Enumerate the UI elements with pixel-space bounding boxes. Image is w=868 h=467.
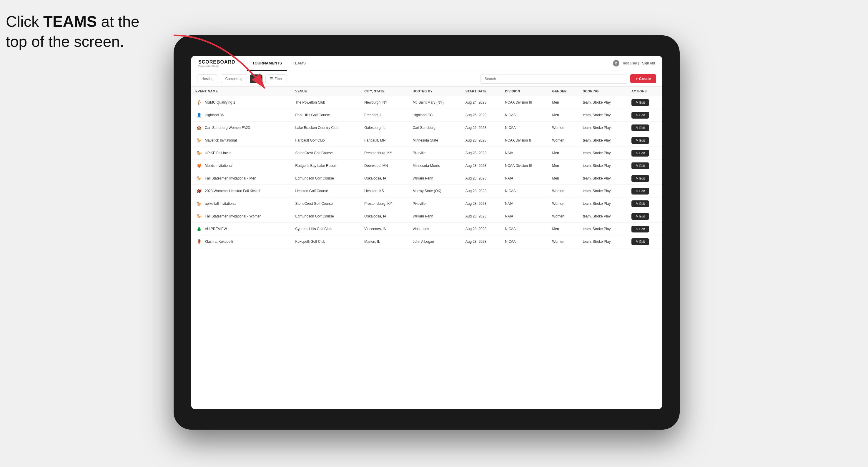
col-start-date: START DATE bbox=[461, 87, 501, 96]
tab-tournaments[interactable]: TOURNAMENTS bbox=[247, 56, 287, 71]
settings-icon[interactable]: ⚙ bbox=[613, 60, 619, 66]
cell-hosted-by: William Penn bbox=[408, 172, 461, 185]
edit-button[interactable]: ✎ Edit bbox=[631, 137, 649, 144]
table-row: 🌲 VU PREVIEW Cypress Hills Golf Club Vin… bbox=[191, 223, 662, 236]
team-icon: 🏺 bbox=[195, 238, 203, 245]
cell-start-date: Aug 28, 2023 bbox=[461, 172, 501, 185]
col-actions: ACTIONS bbox=[627, 87, 662, 96]
cell-actions: ✎ Edit bbox=[627, 185, 662, 197]
edit-button[interactable]: ✎ Edit bbox=[631, 188, 649, 194]
cell-actions: ✎ Edit bbox=[627, 134, 662, 147]
cell-hosted-by: Minnesota-Morris bbox=[408, 159, 461, 172]
hosting-filter-button[interactable]: Hosting bbox=[197, 74, 218, 83]
cell-actions: ✎ Edit bbox=[627, 122, 662, 134]
cell-venue: The Powelton Club bbox=[291, 96, 360, 109]
cell-gender: Men bbox=[548, 172, 579, 185]
edit-button[interactable]: ✎ Edit bbox=[631, 200, 649, 207]
cell-gender: Men bbox=[548, 147, 579, 159]
cell-venue: Ruttger's Bay Lake Resort bbox=[291, 159, 360, 172]
instruction-line2: top of the screen. bbox=[6, 33, 124, 50]
cell-scoring: team, Stroke Play bbox=[579, 134, 627, 147]
table-row: 🐎 upike fall invitational StoneCrest Gol… bbox=[191, 197, 662, 210]
cell-scoring: team, Stroke Play bbox=[579, 197, 627, 210]
filter-button[interactable]: ☰ Filter bbox=[266, 74, 287, 83]
cell-scoring: team, Stroke Play bbox=[579, 159, 627, 172]
cell-venue: Kokopelli Golf Club bbox=[291, 236, 360, 248]
filter-icon: ☰ bbox=[270, 77, 273, 81]
col-scoring: SCORING bbox=[579, 87, 627, 96]
edit-icon: ✎ bbox=[636, 164, 638, 168]
instruction-text: Click TEAMS at the top of the screen. bbox=[6, 12, 140, 52]
event-name-text: MSMC Qualifying 1 bbox=[205, 100, 235, 104]
edit-icon: ✎ bbox=[636, 227, 638, 231]
cell-start-date: Aug 28, 2023 bbox=[461, 147, 501, 159]
competing-filter-button[interactable]: Competing bbox=[221, 74, 247, 83]
cell-venue: Cypress Hills Golf Club bbox=[291, 223, 360, 236]
cell-division: NICAA I bbox=[501, 109, 548, 122]
signout-link[interactable]: Sign out bbox=[642, 61, 655, 65]
toolbar: Hosting Competing All ☰ Filter + Create bbox=[191, 71, 662, 87]
cell-division: NAIA bbox=[501, 197, 548, 210]
cell-city-state: Freeport, IL bbox=[360, 109, 408, 122]
cell-hosted-by: John A Logan bbox=[408, 236, 461, 248]
edit-button[interactable]: ✎ Edit bbox=[631, 124, 649, 131]
table-row: 🐎 UPIKE Fall Invite StoneCrest Golf Cour… bbox=[191, 147, 662, 159]
edit-button[interactable]: ✎ Edit bbox=[631, 175, 649, 182]
search-wrapper bbox=[480, 74, 627, 84]
team-icon: 🏈 bbox=[195, 187, 203, 194]
cell-hosted-by: Highland CC bbox=[408, 109, 461, 122]
table-header: EVENT NAME VENUE CITY, STATE HOSTED BY S… bbox=[191, 87, 662, 96]
cell-scoring: team, Stroke Play bbox=[579, 96, 627, 109]
edit-button[interactable]: ✎ Edit bbox=[631, 238, 649, 245]
cell-gender: Women bbox=[548, 122, 579, 134]
cell-actions: ✎ Edit bbox=[627, 159, 662, 172]
tablet-screen: SCOREBOARD Powered by Clippit TOURNAMENT… bbox=[191, 56, 662, 409]
search-input[interactable] bbox=[480, 74, 627, 84]
cell-hosted-by: Minnesota State bbox=[408, 134, 461, 147]
all-filter-button[interactable]: All bbox=[250, 74, 262, 83]
col-event-name: EVENT NAME bbox=[191, 87, 291, 96]
edit-button[interactable]: ✎ Edit bbox=[631, 226, 649, 232]
edit-button[interactable]: ✎ Edit bbox=[631, 162, 649, 169]
edit-button[interactable]: ✎ Edit bbox=[631, 213, 649, 220]
team-icon: 🦊 bbox=[195, 162, 203, 169]
edit-icon: ✎ bbox=[636, 126, 638, 130]
event-name-text: VU PREVIEW bbox=[205, 227, 227, 231]
event-name-text: 2023 Women's Hesston Fall Kickoff bbox=[205, 189, 260, 193]
cell-gender: Men bbox=[548, 223, 579, 236]
tab-teams[interactable]: TEAMS bbox=[287, 56, 311, 71]
cell-city-state: Deerwood, MN bbox=[360, 159, 408, 172]
edit-icon: ✎ bbox=[636, 177, 638, 180]
col-hosted-by: HOSTED BY bbox=[408, 87, 461, 96]
cell-hosted-by: Pikeville bbox=[408, 197, 461, 210]
event-name-text: Maverick Invitational bbox=[205, 138, 237, 143]
cell-start-date: Aug 28, 2023 bbox=[461, 159, 501, 172]
cell-city-state: Hesston, KS bbox=[360, 185, 408, 197]
table-body: 🏌️ MSMC Qualifying 1 The Powelton Club N… bbox=[191, 96, 662, 248]
event-name-text: Fall Statesmen Invitational - Women bbox=[205, 214, 261, 218]
edit-button[interactable]: ✎ Edit bbox=[631, 112, 649, 119]
cell-gender: Men bbox=[548, 159, 579, 172]
cell-city-state: Marion, IL bbox=[360, 236, 408, 248]
edit-icon: ✎ bbox=[636, 151, 638, 155]
table-row: 🐎 Fall Statesmen Invitational - Women Ed… bbox=[191, 210, 662, 223]
edit-button[interactable]: ✎ Edit bbox=[631, 150, 649, 157]
cell-scoring: team, Stroke Play bbox=[579, 109, 627, 122]
cell-venue: Faribault Golf Club bbox=[291, 134, 360, 147]
team-icon: 🐎 bbox=[195, 150, 203, 157]
create-button[interactable]: + Create bbox=[630, 74, 656, 83]
cell-actions: ✎ Edit bbox=[627, 109, 662, 122]
edit-icon: ✎ bbox=[636, 189, 638, 193]
tournaments-table-container: EVENT NAME VENUE CITY, STATE HOSTED BY S… bbox=[191, 87, 662, 409]
cell-start-date: Aug 28, 2023 bbox=[461, 134, 501, 147]
cell-event-name: 👤 Highland 36 bbox=[191, 109, 291, 122]
table-row: 🐎 Maverick Invitational Faribault Golf C… bbox=[191, 134, 662, 147]
team-icon: 🐎 bbox=[195, 175, 203, 182]
table-row: 🏺 Klash at Kokopelli Kokopelli Golf Club… bbox=[191, 236, 662, 248]
cell-city-state: Galesburg, IL bbox=[360, 122, 408, 134]
edit-icon: ✎ bbox=[636, 113, 638, 117]
cell-scoring: team, Stroke Play bbox=[579, 122, 627, 134]
cell-scoring: team, Stroke Play bbox=[579, 172, 627, 185]
cell-event-name: 🏫 Carl Sandburg Women FA23 bbox=[191, 122, 291, 134]
edit-button[interactable]: ✎ Edit bbox=[631, 99, 649, 106]
